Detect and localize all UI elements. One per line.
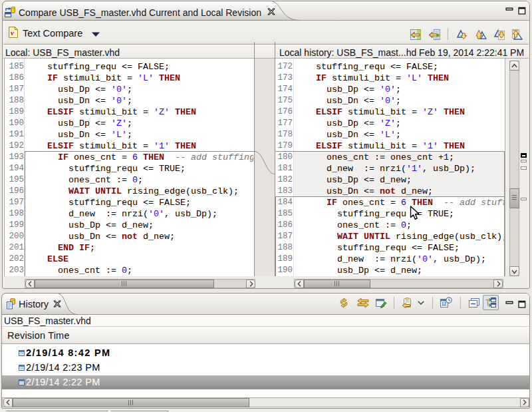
svg-text:v: v (11, 29, 14, 37)
svg-text:12: 12 (442, 302, 447, 306)
